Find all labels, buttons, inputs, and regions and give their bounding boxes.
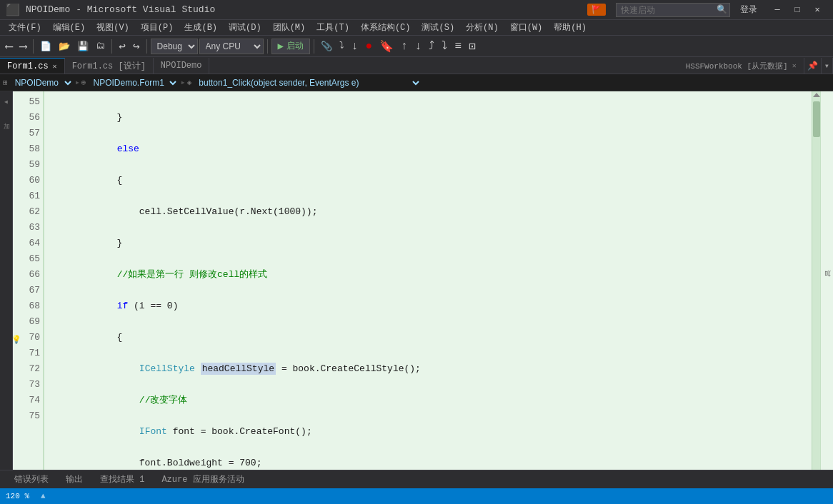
line-num-57: 57: [13, 126, 40, 141]
bottom-tab-errors[interactable]: 错误列表: [6, 470, 57, 489]
orange-flag-btn[interactable]: 🚩: [587, 4, 606, 16]
line-num-61: 61: [13, 188, 40, 204]
tab-form1-cs[interactable]: Form1.cs ✕: [0, 58, 65, 74]
save-all-btn[interactable]: 🗂: [93, 38, 108, 55]
bottom-tabs-bar: 错误列表 输出 查找结果 1 Azure 应用服务活动: [0, 470, 833, 488]
nav-bar: ⊞ NPOIDemo ▸ ⊕ NPOIDemo.Form1 ▸ ◈ button…: [0, 74, 833, 91]
save-btn[interactable]: 💾: [74, 38, 91, 55]
toolbar-btn4[interactable]: ⤵: [439, 38, 450, 55]
minimize-button[interactable]: —: [767, 0, 787, 20]
sidebar-icon1[interactable]: 加: [0, 111, 14, 125]
code-line-60: //如果是第一行 则修改cell的样式: [50, 267, 806, 283]
cpu-select[interactable]: Any CPU: [199, 39, 264, 54]
step-into-btn[interactable]: ↓: [349, 38, 361, 55]
line-num-59: 59: [13, 157, 40, 173]
step-over-btn[interactable]: ⤵: [336, 38, 347, 55]
menu-project[interactable]: 项目(P): [135, 20, 179, 36]
search-icon: 🔍: [717, 4, 727, 15]
toolbar: ⟵ ⟶ 📄 📂 💾 🗂 ↩ ↪ Debug Any CPU ▶ 启动 📎 ⤵ ↓…: [0, 36, 833, 57]
tab-npoidemo[interactable]: NPOIDemo: [154, 58, 210, 74]
class-select[interactable]: NPOIDemo.Form1: [87, 75, 179, 91]
start-button[interactable]: ▶ 启动: [271, 39, 310, 54]
main-area: ◀ 加 55 56 57 58 59 60 61 62 63 64 65 66 …: [0, 91, 833, 470]
menu-edit[interactable]: 编辑(E): [47, 20, 91, 36]
menu-file[interactable]: 文件(F): [3, 20, 47, 36]
bottom-tab-output[interactable]: 输出: [57, 470, 91, 489]
maximize-button[interactable]: □: [787, 0, 807, 20]
tab-close-icon[interactable]: ✕: [53, 62, 57, 71]
status-bar: 120 % ▲: [0, 488, 833, 504]
scrollbar-thumb[interactable]: [813, 101, 820, 137]
method-select[interactable]: button1_Click(object sender, EventArgs e…: [193, 75, 422, 91]
line-num-62: 62: [13, 204, 40, 220]
code-line-65: IFont font = book.CreateFont();: [50, 424, 806, 440]
bottom-tab-azure[interactable]: Azure 应用服务活动: [153, 470, 252, 489]
editor-wrapper: 55 56 57 58 59 60 61 62 63 64 65 66 67 6…: [13, 91, 820, 470]
menu-team[interactable]: 团队(M): [267, 20, 311, 36]
toolbar-btn3[interactable]: ⤴: [426, 38, 437, 55]
lightbulb-icon[interactable]: 💡: [13, 332, 21, 348]
menu-tools[interactable]: 工具(T): [311, 20, 355, 36]
vertical-scrollbar[interactable]: [812, 91, 820, 470]
code-line-55: }: [50, 110, 806, 126]
right-sidebar: 加 消息 待办事项 调用层次结构 代码指标结果 图表 反汇编: [820, 91, 833, 470]
line-num-55: 55: [13, 94, 40, 110]
status-zoom[interactable]: 120 %: [6, 492, 29, 500]
menu-debug[interactable]: 调试(D): [223, 20, 267, 36]
menu-analyze[interactable]: 分析(N): [460, 20, 504, 36]
toolbar-btn2[interactable]: ↓: [412, 38, 425, 55]
toolbar-btn6[interactable]: ⊡: [466, 38, 479, 55]
menu-view[interactable]: 视图(V): [91, 20, 135, 36]
new-file-btn[interactable]: 📄: [37, 38, 54, 55]
menu-test[interactable]: 测试(S): [416, 20, 460, 36]
tab-close-icon[interactable]: ✕: [792, 61, 797, 70]
code-line-62: {: [50, 330, 806, 346]
toolbar-btn1[interactable]: ↑: [398, 38, 411, 55]
line-num-72: 72: [13, 361, 40, 377]
debug-mode-select[interactable]: Debug: [151, 39, 198, 54]
scroll-up-arrow[interactable]: [813, 93, 820, 97]
menu-help[interactable]: 帮助(H): [548, 20, 592, 36]
tab-hssfworkbook[interactable]: HSSFWorkbook [从元数据] ✕: [679, 58, 804, 74]
breakpoint-btn[interactable]: ●: [363, 38, 376, 55]
code-editor[interactable]: } else { cell.SetCellValue(r.Next(1000))…: [44, 91, 812, 470]
line-num-69: 69: [13, 314, 40, 330]
ns-icon: ⊞: [3, 78, 8, 87]
forward-btn[interactable]: ⟶: [17, 38, 30, 55]
login-button[interactable]: 登录: [740, 4, 757, 16]
line-num-68: 68: [13, 298, 40, 314]
close-button[interactable]: ✕: [807, 0, 827, 20]
code-line-56: else: [50, 141, 806, 157]
redo-btn[interactable]: ↪: [130, 38, 143, 55]
line-num-66: 66: [13, 267, 40, 283]
quick-launch-input[interactable]: [616, 3, 730, 17]
line-num-70: 💡 70: [13, 330, 40, 346]
line-numbers: 55 56 57 58 59 60 61 62 63 64 65 66 67 6…: [13, 91, 44, 470]
tab-pin[interactable]: 📌: [804, 58, 822, 74]
bottom-tab-findresults[interactable]: 查找结果 1: [91, 470, 153, 489]
line-num-63: 63: [13, 220, 40, 236]
play-icon: ▶: [278, 40, 284, 52]
open-btn[interactable]: 📂: [56, 38, 73, 55]
back-btn[interactable]: ⟵: [3, 38, 16, 55]
tab-label: NPOIDemo: [161, 61, 202, 71]
menu-build[interactable]: 生成(B): [179, 20, 223, 36]
tab-more[interactable]: ▾: [822, 58, 833, 74]
menu-window[interactable]: 窗口(W): [504, 20, 549, 36]
code-line-63: ICellStyle headCellStyle = book.CreateCe…: [50, 361, 806, 377]
start-label: 启动: [286, 40, 304, 52]
line-num-60: 60: [13, 173, 40, 188]
menu-arch[interactable]: 体系结构(C): [355, 20, 416, 36]
attach-btn[interactable]: 📎: [318, 38, 335, 55]
title-bar: ⬛ NPOIDemo - Microsoft Visual Studio 🚩 🔍…: [0, 0, 833, 20]
namespace-select[interactable]: NPOIDemo: [9, 75, 74, 91]
line-num-58: 58: [13, 141, 40, 157]
code-line-66: font.Boldweight = 700;: [50, 455, 806, 470]
sidebar-expand-icon[interactable]: ◀: [0, 94, 14, 109]
bookmark-btn[interactable]: 🔖: [376, 38, 396, 55]
undo-btn[interactable]: ↩: [116, 38, 129, 55]
line-num-73: 73: [13, 377, 40, 393]
tab-form1-design[interactable]: Form1.cs [设计]: [65, 58, 154, 74]
code-line-61: if (i == 0): [50, 298, 806, 314]
toolbar-btn5[interactable]: ≡: [452, 38, 464, 55]
